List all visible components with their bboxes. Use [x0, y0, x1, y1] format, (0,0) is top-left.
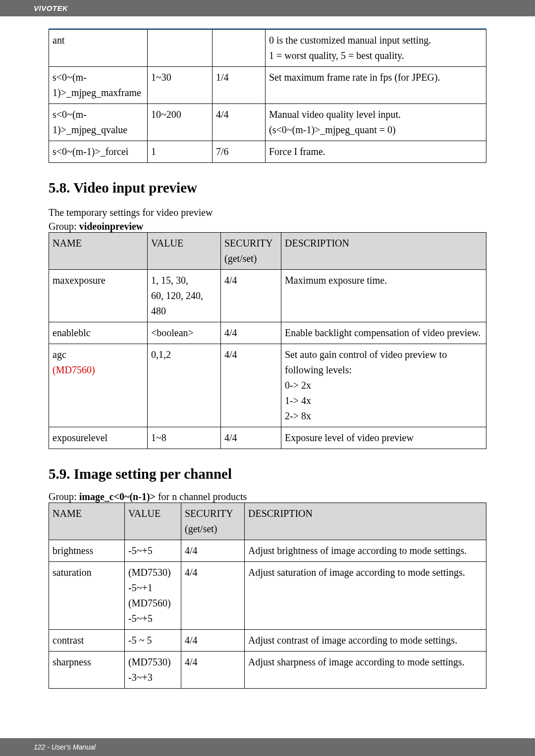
table-header-row: NAME VALUE SECURITY (get/set) DESCRIPTIO… [49, 233, 486, 270]
cell-security: 4/4 [213, 104, 266, 141]
table-row: s<0~(m-1)>_mjpeg_maxframe 1~30 1/4 Set m… [49, 67, 486, 104]
table-row: saturation (MD7530) -5~+1 (MD7560) -5~+5… [49, 562, 486, 630]
cell-name: brightness [49, 540, 125, 562]
cell-value: 1~30 [148, 67, 213, 104]
cell-value: 10~200 [148, 104, 213, 141]
table-row: ant 0 is the customized manual input set… [49, 30, 486, 67]
cell-name: contrast [49, 630, 125, 652]
table-row: sharpness (MD7530) -3~+3 4/4 Adjust shar… [49, 652, 486, 689]
cell-name: ant [49, 30, 148, 67]
cell-name: exposurelevel [49, 427, 148, 449]
cell-description: Enable backlight compensation of video p… [281, 322, 486, 344]
table-videoinpreview: NAME VALUE SECURITY (get/set) DESCRIPTIO… [49, 232, 486, 449]
table-row: exposurelevel 1~8 4/4 Exposure level of … [49, 427, 486, 449]
cell-value: -5~+5 [125, 540, 181, 562]
cell-security: 4/4 [181, 540, 245, 562]
cell-name: enableblc [49, 322, 148, 344]
cell-security: 1/4 [213, 67, 266, 104]
group-5-9: Group: image_c<0~(n-1)> for n channel pr… [49, 491, 486, 503]
table-row: brightness -5~+5 4/4 Adjust brightness o… [49, 540, 486, 562]
cell-value: (MD7530) -3~+3 [125, 652, 181, 689]
cell-value: 1~8 [148, 427, 221, 449]
cell-name: saturation [49, 562, 125, 630]
table-video-input: ant 0 is the customized manual input set… [49, 29, 486, 163]
heading-5-9: 5.9. Image setting per channel [49, 466, 486, 482]
cell-name: s<0~(m-1)>_mjpeg_maxframe [49, 67, 148, 104]
cell-description: Set auto gain control of video preview t… [281, 344, 486, 427]
brand-label: VIVOTEK [34, 4, 68, 12]
cell-security: 7/6 [213, 141, 266, 163]
cell-name: agc (MD7560) [49, 344, 148, 427]
cell-description: Adjust sharpness of image according to m… [245, 652, 486, 689]
header-name: NAME [49, 503, 125, 540]
table-row: s<0~(m-1)>_mjpeg_qvalue 10~200 4/4 Manua… [49, 104, 486, 141]
cell-name: maxexposure [49, 270, 148, 322]
cell-name: sharpness [49, 652, 125, 689]
cell-description: Adjust saturation of image according to … [245, 562, 486, 630]
page-content: ant 0 is the customized manual input set… [0, 16, 535, 689]
group-suffix: for n channel products [156, 491, 247, 502]
table-header-row: NAME VALUE SECURITY (get/set) DESCRIPTIO… [49, 503, 486, 540]
cell-description: Force I frame. [266, 141, 486, 163]
header-security: SECURITY (get/set) [181, 503, 245, 540]
cell-value: 0,1,2 [148, 344, 221, 427]
table-image-channel: NAME VALUE SECURITY (get/set) DESCRIPTIO… [49, 503, 486, 689]
cell-security: 4/4 [181, 562, 245, 630]
heading-5-8: 5.8. Video input preview [49, 180, 486, 196]
cell-security: 4/4 [221, 427, 281, 449]
cell-description: Maximum exposure time. [281, 270, 486, 322]
cell-value: (MD7530) -5~+1 (MD7560) -5~+5 [125, 562, 181, 630]
cell-description: Adjust brightness of image according to … [245, 540, 486, 562]
page-footer-text: 122 - User's Manual [34, 743, 96, 751]
table-row: enableblc <boolean> 4/4 Enable backlight… [49, 322, 486, 344]
group-label: Group: [49, 221, 79, 232]
cell-description: Exposure level of video preview [281, 427, 486, 449]
table-row: s<0~(m-1)>_forcei 1 7/6 Force I frame. [49, 141, 486, 163]
group-label: Group: [49, 491, 79, 502]
header-value: VALUE [125, 503, 181, 540]
footer-bar: 122 - User's Manual [0, 738, 535, 756]
cell-description: 0 is the customized manual input setting… [266, 30, 486, 67]
cell-value [148, 30, 213, 67]
cell-name: s<0~(m-1)>_forcei [49, 141, 148, 163]
header-security: SECURITY (get/set) [221, 233, 281, 270]
header-description: DESCRIPTION [245, 503, 486, 540]
cell-value: 1 [148, 141, 213, 163]
group-5-8: Group: videoinpreview [49, 221, 486, 232]
name-part: agc [53, 349, 66, 360]
cell-security: 4/4 [181, 652, 245, 689]
name-part-model: (MD7560) [53, 364, 95, 375]
group-name: videoinpreview [79, 221, 144, 232]
cell-value: <boolean> [148, 322, 221, 344]
cell-security: 4/4 [221, 270, 281, 322]
cell-security [213, 30, 266, 67]
cell-description: Adjust contrast of image according to mo… [245, 630, 486, 652]
header-name: NAME [49, 233, 148, 270]
header-bar: VIVOTEK [0, 0, 535, 16]
cell-description: Set maximum frame rate in fps (for JPEG)… [266, 67, 486, 104]
cell-security: 4/4 [181, 630, 245, 652]
header-description: DESCRIPTION [281, 233, 486, 270]
cell-value: -5 ~ 5 [125, 630, 181, 652]
cell-description: Manual video quality level input. (s<0~(… [266, 104, 486, 141]
group-name: image_c<0~(n-1)> [79, 491, 156, 502]
table-row: agc (MD7560) 0,1,2 4/4 Set auto gain con… [49, 344, 486, 427]
header-value: VALUE [148, 233, 221, 270]
table-row: contrast -5 ~ 5 4/4 Adjust contrast of i… [49, 630, 486, 652]
intro-5-8: The temporary settings for video preview [49, 205, 486, 220]
cell-value: 1, 15, 30, 60, 120, 240, 480 [148, 270, 221, 322]
cell-name: s<0~(m-1)>_mjpeg_qvalue [49, 104, 148, 141]
cell-security: 4/4 [221, 344, 281, 427]
cell-security: 4/4 [221, 322, 281, 344]
table-row: maxexposure 1, 15, 30, 60, 120, 240, 480… [49, 270, 486, 322]
